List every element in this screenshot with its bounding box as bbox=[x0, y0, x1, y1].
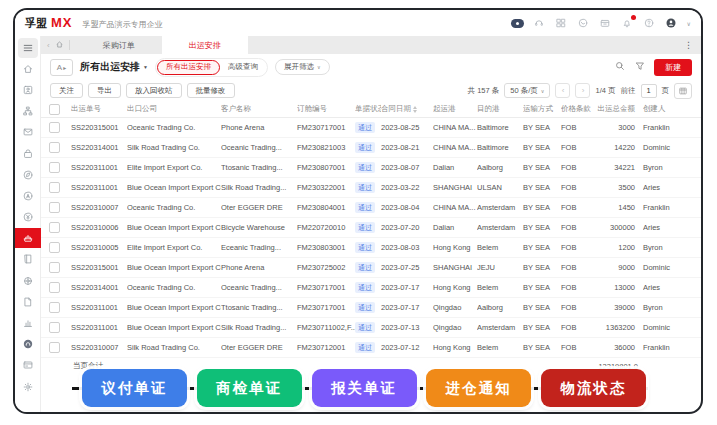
row-checkbox-cell bbox=[49, 162, 71, 173]
archive-icon[interactable] bbox=[599, 17, 612, 30]
table-cell: SS220310007 bbox=[71, 203, 127, 212]
view-pill-button[interactable]: 所有出运安排 bbox=[157, 60, 220, 75]
home-icon[interactable] bbox=[18, 59, 38, 79]
goto-page-input[interactable] bbox=[641, 84, 657, 98]
documents-icon[interactable] bbox=[18, 292, 38, 312]
workflow-button[interactable]: 物流状态 bbox=[541, 369, 646, 407]
workflow-button[interactable]: 报关单证 bbox=[312, 369, 417, 407]
help-icon[interactable] bbox=[643, 17, 656, 30]
settings-icon[interactable] bbox=[18, 377, 38, 397]
column-settings-icon[interactable] bbox=[674, 83, 692, 99]
scope-selector[interactable]: 所有出运安排▼ bbox=[80, 60, 148, 74]
table-row[interactable]: SS220310007Silk Road Trading Co.Oter EGG… bbox=[41, 338, 701, 358]
table-row[interactable]: SS220314001Oceanic Trading Co.Oceanic Tr… bbox=[41, 278, 701, 298]
table-row[interactable]: SS220315001Oceanic Trading Co.Phone Aren… bbox=[41, 118, 701, 138]
reports-icon[interactable] bbox=[18, 313, 38, 333]
sort-icon[interactable] bbox=[413, 106, 417, 113]
tab-strip: ‹ 采购订单 出运安排 ⋮ bbox=[41, 36, 701, 54]
id-card-icon[interactable] bbox=[18, 355, 38, 375]
helm-icon[interactable] bbox=[18, 271, 38, 291]
action-button[interactable]: 关注 bbox=[50, 83, 83, 98]
marketing-icon[interactable] bbox=[18, 186, 38, 206]
tab-overflow-icon[interactable]: ⋮ bbox=[677, 40, 701, 50]
table-cell: Blue Ocean Import Export Co. bbox=[127, 223, 221, 232]
menu-icon[interactable] bbox=[18, 38, 38, 58]
table-row[interactable]: SS220314001Silk Road Trading Co.Oceanic … bbox=[41, 138, 701, 158]
row-checkbox[interactable] bbox=[49, 142, 60, 153]
table-row[interactable]: SS220311001Blue Ocean Import Export Co.T… bbox=[41, 298, 701, 318]
notification-dot bbox=[631, 15, 636, 20]
table-row[interactable]: SS220311001Blue Ocean Import Export Co.S… bbox=[41, 178, 701, 198]
products-icon[interactable] bbox=[18, 249, 38, 269]
table-row[interactable]: SS220311001Elite Import Export Co.Ttosan… bbox=[41, 158, 701, 178]
compass-icon[interactable] bbox=[18, 165, 38, 185]
table-row[interactable]: SS220310005Elite Import Export Co.Eceani… bbox=[41, 238, 701, 258]
table-row[interactable]: SS220310007Oceanic Trading Co.Oter EGGER… bbox=[41, 198, 701, 218]
column-header: 创建人 bbox=[643, 104, 681, 114]
page-unit: 页 bbox=[662, 86, 670, 96]
service-icon[interactable] bbox=[18, 334, 38, 354]
bell-icon[interactable] bbox=[621, 17, 634, 30]
org-tree-icon[interactable] bbox=[18, 101, 38, 121]
row-checkbox[interactable] bbox=[49, 262, 60, 273]
page-size-select[interactable]: 50 条/页∨ bbox=[504, 83, 550, 98]
expand-filter-button[interactable]: 展开筛选∨ bbox=[275, 59, 330, 75]
action-button[interactable]: 放入回收站 bbox=[126, 83, 182, 98]
eye-badge-icon[interactable] bbox=[511, 17, 524, 30]
table-cell: FOB bbox=[561, 123, 593, 132]
column-header[interactable]: 合同日期 bbox=[381, 104, 433, 114]
row-checkbox[interactable] bbox=[49, 162, 60, 173]
table-row[interactable]: SS220310006Blue Ocean Import Export Co.B… bbox=[41, 218, 701, 238]
contacts-icon[interactable] bbox=[18, 80, 38, 100]
row-checkbox[interactable] bbox=[49, 242, 60, 253]
row-checkbox[interactable] bbox=[49, 222, 60, 233]
table-cell: FOB bbox=[561, 263, 593, 272]
back-chevron-icon[interactable]: ‹ bbox=[47, 41, 50, 50]
row-checkbox[interactable] bbox=[49, 202, 60, 213]
table-cell: BY SEA bbox=[523, 203, 561, 212]
avatar[interactable] bbox=[665, 17, 678, 30]
next-page-button[interactable]: › bbox=[575, 83, 590, 98]
table-cell: 通过 bbox=[355, 222, 381, 232]
view-mode-button[interactable]: A▸ bbox=[50, 59, 73, 76]
support-chat-icon[interactable] bbox=[577, 17, 590, 30]
table-header: 出运单号出口公司客户名称订舱编号单据状态合同日期起运港目的港运输方式价格条款出运… bbox=[41, 101, 701, 118]
table-cell: Ttosanic Trading... bbox=[221, 163, 297, 172]
headset-icon[interactable] bbox=[533, 17, 546, 30]
row-checkbox-cell bbox=[49, 342, 71, 353]
select-all-checkbox[interactable] bbox=[49, 104, 60, 115]
table-cell: Baltimore bbox=[477, 143, 523, 152]
apps-grid-icon[interactable] bbox=[555, 17, 568, 30]
table-cell: SS220315001 bbox=[71, 123, 127, 132]
table-cell: FM230711002,F... bbox=[297, 323, 355, 332]
row-checkbox[interactable] bbox=[49, 282, 60, 293]
workflow-button[interactable]: 议付单证 bbox=[82, 369, 187, 407]
table-cell: Ttosanic Trading... bbox=[221, 303, 297, 312]
status-badge: 通过 bbox=[355, 322, 375, 332]
prev-page-button[interactable]: ‹ bbox=[555, 83, 570, 98]
search-icon[interactable] bbox=[614, 58, 626, 76]
row-checkbox[interactable] bbox=[49, 182, 60, 193]
row-checkbox[interactable] bbox=[49, 322, 60, 333]
workflow-button[interactable]: 商检单证 bbox=[197, 369, 302, 407]
chevron-down-icon[interactable]: ∨ bbox=[687, 20, 691, 27]
create-button[interactable]: 新建 bbox=[654, 59, 692, 76]
mail-icon[interactable] bbox=[18, 122, 38, 142]
workflow-button[interactable]: 进仓通知 bbox=[426, 369, 531, 407]
action-button[interactable]: 导出 bbox=[88, 83, 121, 98]
purchase-icon[interactable] bbox=[18, 144, 38, 164]
home-tab-icon[interactable] bbox=[55, 40, 64, 51]
advanced-query-button[interactable]: 高级查询 bbox=[220, 61, 266, 74]
tab-purchase-orders[interactable]: 采购订单 bbox=[76, 36, 162, 54]
table-cell: Byron bbox=[643, 243, 681, 252]
tab-shipping-plans[interactable]: 出运安排 bbox=[162, 36, 248, 54]
row-checkbox[interactable] bbox=[49, 122, 60, 133]
row-checkbox[interactable] bbox=[49, 342, 60, 353]
shipping-icon[interactable] bbox=[15, 228, 41, 248]
row-checkbox[interactable] bbox=[49, 302, 60, 313]
table-row[interactable]: SS220315001Blue Ocean Import Export Co.P… bbox=[41, 258, 701, 278]
table-row[interactable]: SS220311001Blue Ocean Import Export Co.S… bbox=[41, 318, 701, 338]
filter-icon[interactable] bbox=[634, 58, 646, 76]
finance-icon[interactable] bbox=[18, 207, 38, 227]
action-button[interactable]: 批量修改 bbox=[187, 83, 235, 98]
